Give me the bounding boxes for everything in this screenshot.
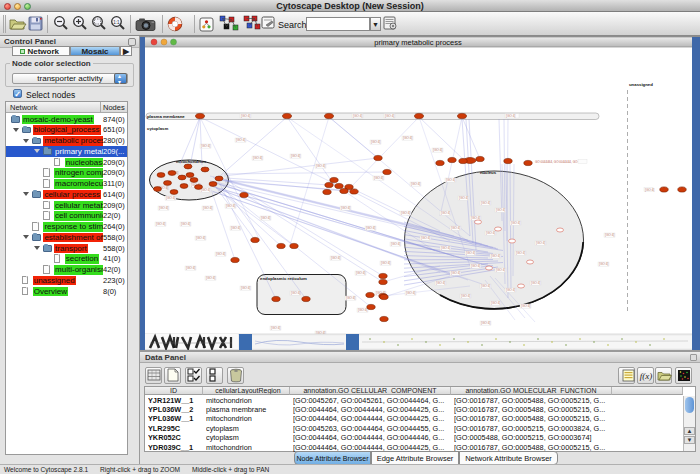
svg-text:[GO:4]: [GO:4] xyxy=(421,236,431,240)
svg-text:[GO:4]: [GO:4] xyxy=(496,208,506,212)
svg-text:[GO:4]: [GO:4] xyxy=(226,204,236,208)
svg-text:primary metabolic process: primary metabolic process xyxy=(374,38,462,47)
svg-text:[GO:4]: [GO:4] xyxy=(181,222,191,226)
svg-text:[GO:4]: [GO:4] xyxy=(406,291,416,295)
svg-text:[GO:4]: [GO:4] xyxy=(231,226,241,230)
svg-text:plasma membrane: plasma membrane xyxy=(147,114,185,119)
svg-text:[GO:4]: [GO:4] xyxy=(599,262,609,266)
svg-text:[GO:4]: [GO:4] xyxy=(253,156,263,160)
svg-text:nucleus: nucleus xyxy=(480,170,497,175)
svg-text:[GO:4]: [GO:4] xyxy=(481,284,491,288)
svg-text:[GO:4]: [GO:4] xyxy=(371,140,381,144)
svg-text:[GO:4]: [GO:4] xyxy=(433,148,443,152)
svg-text:[GO:4]: [GO:4] xyxy=(481,321,491,325)
svg-text:[GO:4]: [GO:4] xyxy=(441,211,451,215)
svg-text:[GO:4]: [GO:4] xyxy=(466,251,476,255)
svg-text:[GO:4]: [GO:4] xyxy=(391,242,401,246)
svg-text:unassigned: unassigned xyxy=(629,82,653,87)
svg-text:[GO:4]: [GO:4] xyxy=(446,178,456,182)
svg-text:[GO:4]: [GO:4] xyxy=(531,281,541,285)
svg-text:[GO:4]: [GO:4] xyxy=(206,276,216,280)
svg-text:[GO:4]: [GO:4] xyxy=(491,254,501,258)
svg-text:[GO:4]: [GO:4] xyxy=(356,271,366,275)
svg-text:[GO:4]: [GO:4] xyxy=(506,288,516,292)
svg-text:[GO:4]: [GO:4] xyxy=(353,114,363,118)
svg-text:GO:0044464, GO:0044444, GO:4: GO:0044464, GO:0044444, GO:4 xyxy=(535,160,580,164)
svg-text:[GO:4]: [GO:4] xyxy=(261,216,271,220)
svg-text:[GO:4]: [GO:4] xyxy=(291,291,301,295)
svg-text:[GO:4]: [GO:4] xyxy=(536,241,546,245)
svg-text:[GO:4]: [GO:4] xyxy=(201,188,211,192)
svg-text:[GO:4]: [GO:4] xyxy=(203,206,213,210)
svg-text:[GO:4]: [GO:4] xyxy=(201,144,211,148)
svg-text:[GO:4]: [GO:4] xyxy=(358,308,368,312)
svg-text:[GO:4]: [GO:4] xyxy=(511,221,521,225)
svg-text:[GO:4]: [GO:4] xyxy=(401,211,411,215)
svg-text:1:1: 1:1 xyxy=(113,20,120,25)
svg-text:f(x): f(x) xyxy=(640,371,653,381)
svg-text:[GO:4]: [GO:4] xyxy=(341,206,351,210)
svg-text:[GO:4]: [GO:4] xyxy=(271,326,281,330)
svg-text:[GO:4]: [GO:4] xyxy=(451,226,461,230)
svg-text:[GO:4]: [GO:4] xyxy=(521,304,531,308)
svg-text:[GO:4]: [GO:4] xyxy=(381,261,391,265)
svg-text:[GO:4]: [GO:4] xyxy=(645,188,655,192)
svg-text:[GO:4]: [GO:4] xyxy=(159,206,169,210)
svg-text:[GO:4]: [GO:4] xyxy=(374,176,384,180)
svg-text:[GO:4]: [GO:4] xyxy=(346,296,356,300)
svg-text:[GO:4]: [GO:4] xyxy=(236,138,246,142)
svg-text:[GO:4]: [GO:4] xyxy=(471,216,481,220)
svg-text:cytoplasm: cytoplasm xyxy=(147,126,168,131)
svg-text:[GO:4]: [GO:4] xyxy=(471,264,481,268)
svg-text:[GO:4]: [GO:4] xyxy=(441,246,451,250)
svg-text:[GO:4]: [GO:4] xyxy=(385,114,395,118)
svg-text:[GO:4]: [GO:4] xyxy=(486,231,496,235)
svg-text:[GO:4]: [GO:4] xyxy=(403,136,413,140)
svg-text:[GO:4]: [GO:4] xyxy=(506,114,516,118)
svg-text:[GO:4]: [GO:4] xyxy=(186,266,196,270)
svg-text:[GO:4]: [GO:4] xyxy=(316,164,326,168)
svg-text:[GO:4]: [GO:4] xyxy=(436,281,446,285)
svg-text:[GO:4]: [GO:4] xyxy=(216,252,226,256)
svg-text:[GO:4]: [GO:4] xyxy=(496,268,506,272)
svg-text:[GO:4]: [GO:4] xyxy=(411,182,421,186)
svg-text:[GO:4]: [GO:4] xyxy=(516,251,526,255)
svg-text:[GO:4]: [GO:4] xyxy=(481,201,491,205)
svg-text:[GO:4]: [GO:4] xyxy=(451,271,461,275)
svg-text:[GO:4]: [GO:4] xyxy=(491,301,501,305)
svg-text:[GO:4]: [GO:4] xyxy=(156,222,166,226)
svg-text:[GO:4]: [GO:4] xyxy=(196,236,206,240)
svg-text:[GO:4]: [GO:4] xyxy=(166,196,176,200)
svg-text:[GO:4]: [GO:4] xyxy=(331,256,341,260)
svg-text:[GO:4]: [GO:4] xyxy=(366,226,376,230)
svg-text:[GO:4]: [GO:4] xyxy=(241,114,251,118)
svg-text:[GO:4]: [GO:4] xyxy=(461,294,471,298)
svg-text:[GO:4]: [GO:4] xyxy=(459,196,469,200)
svg-text:[GO:4]: [GO:4] xyxy=(291,154,301,158)
svg-text:[GO:4]: [GO:4] xyxy=(605,233,615,237)
svg-text:[GO:4]: [GO:4] xyxy=(241,286,251,290)
